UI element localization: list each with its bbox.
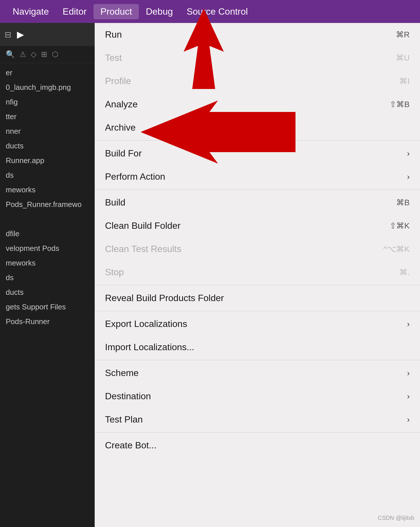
menu-label-build: Build	[105, 197, 125, 208]
menu-label-test: Test	[105, 53, 122, 63]
separator-2	[95, 189, 420, 190]
menubar-navigate[interactable]: Navigate	[6, 4, 56, 19]
sidebar: ⊟ ▶ 🔍 ⚠ ◇ ⊞ ⬡ er 0_launch_imgb.png nfig …	[0, 23, 95, 527]
dropdown-overlay: Run ⌘R Test ⌘U Profile ⌘I Analyze ⇧⌘B Ar…	[95, 23, 420, 527]
sidebar-item-pods-runner-framewo[interactable]: Pods_Runner.framewo	[0, 197, 95, 212]
menu-shortcut-run: ⌘R	[396, 30, 410, 39]
menu-label-export-localizations: Export Localizations	[105, 319, 187, 329]
menu-label-create-bot: Create Bot...	[105, 440, 157, 451]
sidebar-item-launch-img[interactable]: 0_launch_imgb.png	[0, 80, 95, 95]
menu-label-analyze: Analyze	[105, 99, 138, 110]
sidebar-item-ds[interactable]: ds	[0, 168, 95, 183]
separator-6	[95, 432, 420, 433]
menu-label-stop: Stop	[105, 267, 124, 278]
menu-label-run: Run	[105, 29, 122, 40]
menubar-source-control[interactable]: Source Control	[180, 4, 254, 19]
menu-shortcut-analyze: ⇧⌘B	[390, 100, 410, 109]
menu-item-run[interactable]: Run ⌘R	[95, 23, 420, 46]
watermark: CSDN @lijitxb	[378, 515, 414, 521]
menubar-editor[interactable]: Editor	[56, 4, 94, 19]
menu-item-test-plan[interactable]: Test Plan ›	[95, 408, 420, 431]
sidebar-toggle-icon[interactable]: ⊟	[5, 30, 11, 39]
menu-label-build-for: Build For	[105, 148, 142, 159]
menu-label-profile: Profile	[105, 76, 131, 86]
menu-item-create-bot[interactable]: Create Bot...	[95, 434, 420, 457]
search-icon: 🔍	[6, 50, 15, 59]
menu-item-clean-test-results[interactable]: Clean Test Results ^⌥⌘K	[95, 237, 420, 261]
menu-shortcut-stop: ⌘.	[399, 268, 410, 277]
chevron-icon-test-plan: ›	[407, 415, 410, 424]
menubar-debug[interactable]: Debug	[139, 4, 180, 19]
menubar-product[interactable]: Product	[94, 4, 139, 19]
chevron-icon-build-for: ›	[407, 149, 410, 158]
sidebar-item-ducts2[interactable]: ducts	[0, 285, 95, 300]
menu-shortcut-clean-build-folder: ⇧⌘K	[390, 221, 410, 230]
menu-item-scheme[interactable]: Scheme ›	[95, 361, 420, 385]
menu-label-destination: Destination	[105, 391, 151, 402]
sidebar-item-meworks2[interactable]: meworks	[0, 256, 95, 270]
chevron-icon-scheme: ›	[407, 369, 410, 378]
menu-label-import-localizations: Import Localizations...	[105, 342, 194, 352]
sidebar-item-dfile[interactable]: dfile	[0, 226, 95, 241]
play-button[interactable]: ▶	[17, 29, 24, 40]
menu-item-clean-build-folder[interactable]: Clean Build Folder ⇧⌘K	[95, 214, 420, 237]
sidebar-item-blank	[0, 212, 95, 226]
menu-item-reveal-build-products[interactable]: Reveal Build Products Folder	[95, 286, 420, 310]
menu-label-reveal-build-products: Reveal Build Products Folder	[105, 293, 224, 303]
menu-item-build[interactable]: Build ⌘B	[95, 191, 420, 214]
menu-label-clean-build-folder: Clean Build Folder	[105, 220, 180, 231]
menu-item-analyze[interactable]: Analyze ⇧⌘B	[95, 93, 420, 116]
menu-label-perform-action: Perform Action	[105, 171, 165, 182]
sidebar-item-nner[interactable]: nner	[0, 124, 95, 139]
sidebar-item-nfig[interactable]: nfig	[0, 95, 95, 109]
menu-item-build-for[interactable]: Build For ›	[95, 142, 420, 165]
chevron-icon-destination: ›	[407, 392, 410, 401]
warning-icon: ⚠	[20, 50, 26, 59]
filter-icon: ⊞	[41, 50, 47, 59]
menu-label-test-plan: Test Plan	[105, 414, 143, 425]
tag-icon: ⬡	[52, 50, 59, 59]
menu-shortcut-profile: ⌘I	[399, 76, 410, 86]
sidebar-item-runner-app[interactable]: Runner.app	[0, 153, 95, 168]
product-menu: Run ⌘R Test ⌘U Profile ⌘I Analyze ⇧⌘B Ar…	[95, 23, 420, 527]
sidebar-item-er[interactable]: er	[0, 65, 95, 80]
menu-shortcut-test: ⌘U	[396, 53, 410, 63]
menu-bar: Navigate Editor Product Debug Source Con…	[0, 0, 420, 23]
menu-item-export-localizations[interactable]: Export Localizations ›	[95, 312, 420, 336]
sidebar-item-velopment-pods[interactable]: velopment Pods	[0, 241, 95, 256]
sidebar-toolbar: ⊟ ▶	[0, 23, 95, 46]
menu-item-stop[interactable]: Stop ⌘.	[95, 261, 420, 284]
menu-item-test[interactable]: Test ⌘U	[95, 46, 420, 69]
chevron-icon-perform-action: ›	[407, 172, 410, 181]
separator-4	[95, 311, 420, 311]
separator-1	[95, 140, 420, 141]
diamond-icon: ◇	[31, 50, 36, 59]
menu-label-archive: Archive	[105, 122, 136, 133]
menu-item-archive[interactable]: Archive	[95, 116, 420, 139]
separator-5	[95, 360, 420, 360]
chevron-icon-export-localizations: ›	[407, 319, 410, 329]
separator-3	[95, 285, 420, 285]
menu-label-scheme: Scheme	[105, 368, 139, 378]
menu-shortcut-clean-test-results: ^⌥⌘K	[383, 244, 410, 254]
sidebar-item-gets-support[interactable]: gets Support Files	[0, 300, 95, 314]
sidebar-file-list: er 0_launch_imgb.png nfig tter nner duct…	[0, 63, 95, 331]
sidebar-item-tter[interactable]: tter	[0, 109, 95, 124]
sidebar-item-meworks[interactable]: meworks	[0, 183, 95, 197]
menu-item-profile[interactable]: Profile ⌘I	[95, 69, 420, 93]
menu-shortcut-build: ⌘B	[396, 198, 410, 207]
sidebar-item-ducts[interactable]: ducts	[0, 139, 95, 153]
menu-item-import-localizations[interactable]: Import Localizations...	[95, 336, 420, 359]
sidebar-item-ds2[interactable]: ds	[0, 270, 95, 285]
sidebar-search-bar: 🔍 ⚠ ◇ ⊞ ⬡	[0, 46, 95, 63]
menu-item-destination[interactable]: Destination ›	[95, 385, 420, 408]
menu-label-clean-test-results: Clean Test Results	[105, 244, 181, 254]
menu-item-perform-action[interactable]: Perform Action ›	[95, 165, 420, 188]
sidebar-item-pods-runner[interactable]: Pods-Runner	[0, 314, 95, 329]
